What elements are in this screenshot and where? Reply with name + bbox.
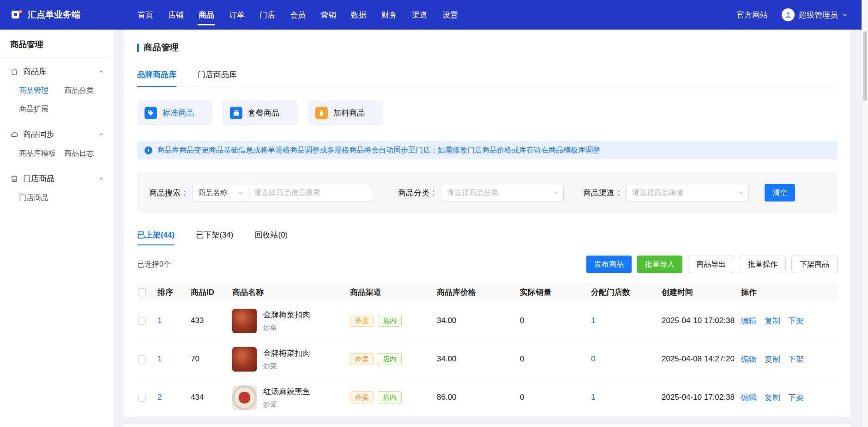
channel-label: 商品渠道： xyxy=(583,188,622,198)
nav-shop[interactable]: 店铺 xyxy=(161,0,191,30)
copy-link[interactable]: 复制 xyxy=(765,354,780,365)
product-image xyxy=(232,347,257,372)
edit-link[interactable]: 编辑 xyxy=(741,316,757,326)
sidebar-item-library-template[interactable]: 商品库模板 xyxy=(19,149,56,159)
product-category: 炒菜 xyxy=(263,362,310,371)
chevron-down-icon xyxy=(738,190,744,195)
sidebar-item-product-log[interactable]: 商品日志 xyxy=(64,149,94,159)
table-row: 2 434 红汤麻辣黑鱼 炒菜 外卖 店内 86.00 0 1 2025-04-… xyxy=(137,378,838,417)
tab-store-library[interactable]: 门店商品库 xyxy=(198,69,237,86)
copy-link[interactable]: 复制 xyxy=(765,392,780,403)
clear-button[interactable]: 清空 xyxy=(765,184,795,201)
column-header-sort: 排序 xyxy=(157,287,191,298)
chevron-up-icon xyxy=(98,69,104,74)
batch-import-button[interactable]: 批量导入 xyxy=(637,256,682,273)
channel-tag-takeout: 外卖 xyxy=(350,315,374,327)
search-label: 商品搜索： xyxy=(149,188,188,198)
type-card-standard-product[interactable]: 标准商品 xyxy=(137,101,212,125)
nav-data[interactable]: 数据 xyxy=(344,0,374,30)
topbar: 汇点单业务端 首页 店铺 商品 订单 门店 会员 营销 数据 财务 渠道 设置 … xyxy=(0,0,868,30)
sidebar-group-product-sync: 商品同步 商品库模板 商品日志 xyxy=(0,121,113,165)
nav-products[interactable]: 商品 xyxy=(191,0,222,30)
category-select[interactable]: 请选择商品分类 xyxy=(441,184,564,201)
type-card-combo-product[interactable]: 套餐商品 xyxy=(223,101,298,125)
title-accent-bar xyxy=(137,43,139,52)
nav-marketing[interactable]: 营销 xyxy=(313,0,344,30)
sidebar-group-items: 门店商品 xyxy=(0,189,113,209)
nav-members[interactable]: 会员 xyxy=(283,0,313,30)
sidebar-item-product-category[interactable]: 商品分类 xyxy=(64,86,94,96)
store-count-link[interactable]: 1 xyxy=(591,393,595,402)
search-type-select[interactable]: 商品名称 xyxy=(192,184,248,201)
sidebar-group-header-store-products[interactable]: 门店商品 xyxy=(0,165,113,189)
sidebar-group-header-product-sync[interactable]: 商品同步 xyxy=(0,121,113,145)
avatar xyxy=(782,8,795,21)
unpublish-link[interactable]: 下架 xyxy=(788,392,804,403)
chevron-up-icon xyxy=(98,176,104,182)
row-checkbox[interactable] xyxy=(138,355,146,363)
select-all-checkbox[interactable] xyxy=(138,288,146,296)
sidebar-item-store-products[interactable]: 门店商品 xyxy=(19,193,48,203)
edit-link[interactable]: 编辑 xyxy=(741,392,757,403)
sidebar-item-product-management[interactable]: 商品管理 xyxy=(19,86,48,96)
channel-select[interactable]: 请选择商品渠道 xyxy=(626,184,749,201)
publish-product-button[interactable]: 发布商品 xyxy=(586,256,632,273)
scrollbar-thumb[interactable] xyxy=(863,31,867,101)
nav-home[interactable]: 首页 xyxy=(130,0,161,30)
row-checkbox[interactable] xyxy=(138,317,146,325)
store-count-link[interactable]: 1 xyxy=(591,316,595,325)
sort-value[interactable]: 1 xyxy=(157,354,162,363)
info-alert: i 商品库商品变更商品基础信息或将单规格商品调整成多规格商品将会自动同步至门店；… xyxy=(137,141,838,159)
product-category: 炒菜 xyxy=(263,400,310,409)
nav-channels[interactable]: 渠道 xyxy=(404,0,435,30)
column-header-sales: 实际销量 xyxy=(520,287,591,298)
product-price: 86.00 xyxy=(437,393,520,402)
row-checkbox[interactable] xyxy=(138,394,146,402)
tab-brand-library[interactable]: 品牌商品库 xyxy=(137,69,176,86)
alert-text: 商品库商品变更商品基础信息或将单规格商品调整成多规格商品将会自动同步至门店；如需… xyxy=(157,146,600,155)
sort-value[interactable]: 2 xyxy=(157,393,162,402)
export-products-button[interactable]: 商品导出 xyxy=(688,256,734,273)
chevron-down-icon xyxy=(553,190,559,195)
product-id: 433 xyxy=(191,316,232,325)
tab-off-shelf[interactable]: 已下架(34) xyxy=(196,230,233,245)
nav-settings[interactable]: 设置 xyxy=(435,0,465,30)
search-input[interactable] xyxy=(248,184,371,201)
unpublish-link[interactable]: 下架 xyxy=(788,354,804,365)
edit-link[interactable]: 编辑 xyxy=(741,354,757,365)
tab-on-shelf[interactable]: 已上架(44) xyxy=(137,230,175,245)
product-sales: 0 xyxy=(520,393,591,402)
user-menu[interactable]: 超级管理员 xyxy=(782,8,848,21)
table-row: 1 433 金牌梅菜扣肉 炒菜 外卖 店内 34.00 0 1 2025-04-… xyxy=(137,302,838,340)
nav-finance[interactable]: 财务 xyxy=(374,0,404,30)
type-card-addon-product[interactable]: 加料商品 xyxy=(308,101,383,125)
selected-count: 已选择0个 xyxy=(137,260,171,269)
channel-tag-takeout: 外卖 xyxy=(350,353,374,365)
filter-panel: 商品搜索： 商品名称 商品分类： 请选择商品分类 商品渠道： 请选择商品渠道 清… xyxy=(137,172,838,213)
batch-operations-button[interactable]: 批量操作 xyxy=(740,256,786,273)
top-nav: 首页 店铺 商品 订单 门店 会员 营销 数据 财务 渠道 设置 xyxy=(130,0,465,30)
bag-icon xyxy=(10,67,18,76)
copy-link[interactable]: 复制 xyxy=(765,316,780,326)
product-category: 炒菜 xyxy=(263,323,310,332)
store-count-link[interactable]: 0 xyxy=(591,354,595,363)
product-table: 排序 商品ID 商品名称 商品渠道 商品库价格 实际销量 分配门店数 创建时间 … xyxy=(137,282,838,417)
status-tabs: 已上架(44) 已下架(34) 回收站(0) xyxy=(137,230,838,245)
chevron-up-icon xyxy=(98,132,104,137)
sort-value[interactable]: 1 xyxy=(157,316,162,325)
nav-orders[interactable]: 订单 xyxy=(222,0,252,30)
column-header-channel: 商品渠道 xyxy=(350,287,437,298)
page-title: 商品管理 xyxy=(144,42,179,54)
tab-recycle-bin[interactable]: 回收站(0) xyxy=(254,230,288,245)
sidebar-group-header-product-library[interactable]: 商品库 xyxy=(0,58,113,82)
unpublish-products-button[interactable]: 下架商品 xyxy=(791,256,838,273)
sidebar-item-product-extension[interactable]: 商品扩展 xyxy=(19,104,48,114)
nav-stores[interactable]: 门店 xyxy=(252,0,283,30)
brand: 汇点单业务端 xyxy=(10,8,115,21)
product-image xyxy=(232,385,257,410)
official-site-link[interactable]: 官方网站 xyxy=(736,10,768,20)
bottle-icon xyxy=(315,107,328,119)
sidebar: 商品管理 商品库 商品管理 商品分类 商品扩展 商品同步 xyxy=(0,30,113,427)
vertical-scrollbar[interactable] xyxy=(862,0,868,427)
unpublish-link[interactable]: 下架 xyxy=(788,316,804,326)
